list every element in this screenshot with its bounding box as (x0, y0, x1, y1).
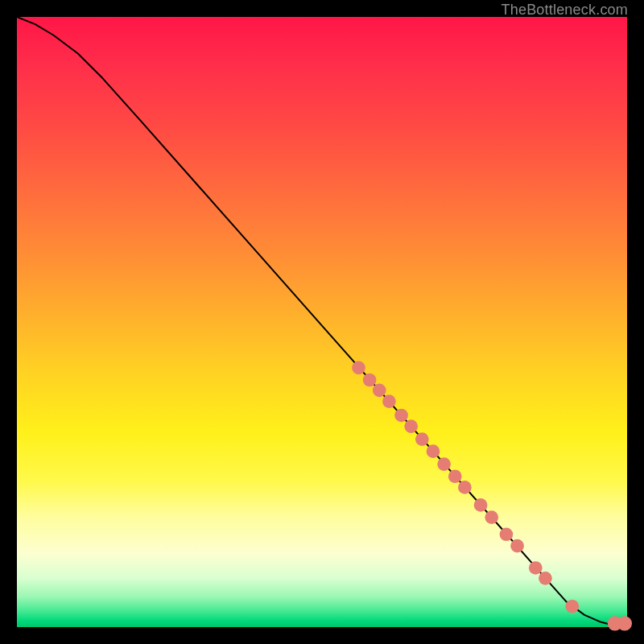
marker-point (404, 419, 418, 433)
marker-point (382, 394, 396, 408)
plot-svg (17, 17, 627, 627)
marker-point (352, 361, 365, 375)
marker-point (485, 510, 498, 524)
marker-point (415, 432, 429, 446)
marker-point (529, 561, 543, 575)
marker-point (427, 444, 440, 458)
marker-point (437, 457, 451, 471)
marker-point (539, 572, 552, 585)
marker-point (363, 374, 377, 387)
marker-point (458, 481, 472, 494)
plot-area (17, 17, 627, 627)
marker-point (565, 600, 579, 613)
chart-stage: TheBottleneck.com (0, 0, 644, 644)
marker-point (500, 527, 514, 541)
marker-point (448, 469, 462, 483)
marker-point (617, 616, 632, 630)
marker-point (373, 384, 386, 398)
marker-point (394, 409, 408, 423)
marker-point (510, 539, 524, 553)
attribution-label: TheBottleneck.com (502, 2, 628, 19)
marker-point (474, 498, 488, 512)
highlighted-points (352, 361, 632, 631)
bottleneck-curve (17, 17, 627, 624)
